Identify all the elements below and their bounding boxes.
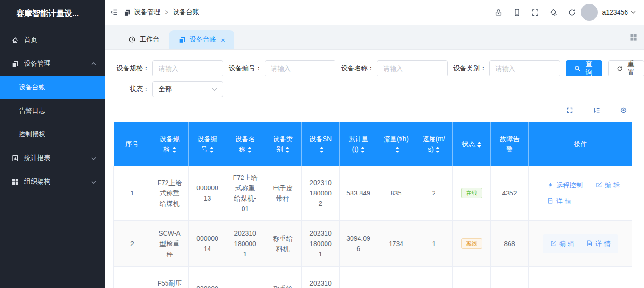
col-sn[interactable]: 设备SN: [302, 122, 340, 166]
cell-category: 称重给料机: [264, 266, 302, 288]
cell-name: F72上给式称重给煤机-01: [226, 166, 264, 220]
sidebar-item-device-mgmt[interactable]: 设备管理: [0, 52, 105, 76]
spec-input[interactable]: [152, 60, 223, 76]
cell-total: 3094.096: [340, 220, 377, 266]
sidebar-item-org-structure[interactable]: 组织架构: [0, 170, 105, 194]
sort-icon: [320, 147, 324, 153]
breadcrumb-separator: >: [165, 8, 168, 16]
main-area: 设备管理 > 设备台账 a123456: [105, 0, 644, 288]
name-input[interactable]: [377, 60, 448, 76]
fullscreen-icon[interactable]: [531, 8, 539, 17]
cell-spec: F72上给式称重给煤机: [151, 166, 189, 220]
sort-icon: [395, 147, 399, 153]
tab-close-icon[interactable]: ×: [221, 36, 225, 44]
tab-workbench[interactable]: 工作台: [119, 30, 169, 49]
cell-actions: 编 辑 详 情: [529, 220, 632, 266]
col-alarm: 故障告警: [491, 122, 529, 166]
col-name[interactable]: 设备名称: [226, 122, 264, 166]
reset-button[interactable]: 重 置: [608, 60, 644, 76]
breadcrumb-parent[interactable]: 设备管理: [134, 8, 160, 17]
search-button[interactable]: 查 询: [566, 60, 602, 76]
table-header-row: 序号 设备规格 设备编号 设备名称 设备类别 设备SN 累计量(t) 流量(t/…: [114, 122, 632, 166]
sort-icon: [477, 142, 481, 148]
filter-spec-label: 设备规格：: [117, 64, 150, 73]
table-fullscreen-icon[interactable]: [566, 107, 573, 114]
filter-spec: 设备规格：: [117, 60, 223, 76]
cell-flow: [377, 266, 415, 288]
app-title: 赛摩智能计量设...: [0, 0, 105, 27]
tab-label: 设备台账: [190, 35, 216, 44]
sidebar-item-alarm-log[interactable]: 告警日志: [0, 99, 105, 123]
filter-row-1: 设备规格： 设备编号： 设备名称： 设备类别： 查 询: [105, 60, 644, 76]
filter-code: 设备编号：: [229, 60, 335, 76]
clean-icon[interactable]: [550, 8, 558, 17]
cell-index: 1: [114, 166, 151, 220]
cell-speed: 2: [415, 166, 453, 220]
tab-device-ledger[interactable]: 设备台账 ×: [169, 30, 234, 49]
chevron-down-icon: [91, 157, 96, 160]
cell-name: dw111: [226, 266, 264, 288]
sidebar-item-home[interactable]: 首页: [0, 28, 105, 52]
cell-alarm: [491, 266, 529, 288]
cell-speed: [415, 266, 453, 288]
edit-icon: [596, 182, 602, 188]
col-flow[interactable]: 流量(t/h): [377, 122, 415, 166]
col-category[interactable]: 设备类别: [264, 122, 302, 166]
edit-link[interactable]: 编 辑: [596, 180, 620, 190]
sidebar-item-label: 设备管理: [24, 59, 50, 68]
cell-status: 离线: [453, 220, 491, 266]
table-row: 3 F55耐压式称重给煤机 00000012 dw111 称重给料机 20231…: [114, 266, 632, 288]
col-spec[interactable]: 设备规格: [151, 122, 189, 166]
avatar[interactable]: [581, 4, 598, 21]
cell-flow: 1734: [377, 220, 415, 266]
edit-link[interactable]: 编 辑: [550, 238, 574, 249]
sidebar-item-control-auth[interactable]: 控制授权: [0, 123, 105, 146]
cell-code: 00000012: [189, 266, 226, 288]
col-status[interactable]: 状态: [453, 122, 491, 166]
tab-label: 工作台: [140, 35, 159, 44]
lock-icon[interactable]: [494, 8, 502, 17]
sidebar-item-device-ledger[interactable]: 设备台账: [0, 76, 105, 99]
mobile-icon[interactable]: [513, 8, 521, 17]
sidebar-item-label: 首页: [24, 36, 37, 44]
status-select[interactable]: 全部: [152, 81, 223, 97]
sort-icon: [210, 147, 214, 153]
cell-sn: 2023101800002: [302, 166, 340, 220]
cell-flow: 835: [377, 166, 415, 220]
filter-name: 设备名称：: [341, 60, 448, 76]
detail-link[interactable]: 详 情: [586, 238, 611, 249]
row-height-icon[interactable]: [593, 107, 600, 114]
cell-category: 称重给料机: [264, 220, 302, 266]
cell-alarm: 868: [491, 220, 529, 266]
sort-icon: [285, 147, 289, 153]
breadcrumb: 设备管理 > 设备台账: [124, 8, 199, 17]
code-input[interactable]: [265, 60, 335, 76]
cell-code: 00000013: [189, 166, 226, 220]
detail-link[interactable]: 详 情: [547, 196, 571, 206]
remote-control-link[interactable]: 远程控制: [547, 180, 583, 190]
device-table: 序号 设备规格 设备编号 设备名称 设备类别 设备SN 累计量(t) 流量(t/…: [113, 122, 632, 288]
refresh-icon[interactable]: [568, 8, 576, 17]
report-icon: [11, 154, 19, 162]
content: 设备规格： 设备编号： 设备名称： 设备类别： 查 询: [105, 60, 644, 288]
status-badge: 在线: [461, 188, 482, 198]
topbar: 设备管理 > 设备台账 a123456: [105, 0, 644, 25]
table-settings-icon[interactable]: [620, 107, 627, 114]
user-menu[interactable]: a123456: [602, 8, 636, 16]
cell-status: [453, 266, 491, 288]
cell-index: 3: [114, 266, 151, 288]
username: a123456: [602, 8, 628, 16]
col-total[interactable]: 累计量(t): [340, 122, 377, 166]
col-speed[interactable]: 速度(m/s): [415, 122, 453, 166]
sort-icon: [436, 147, 440, 153]
cell-sn: 2023101800001: [302, 220, 340, 266]
col-code[interactable]: 设备编号: [189, 122, 226, 166]
sidebar-item-label: 设备台账: [19, 83, 45, 92]
col-actions: 操作: [529, 122, 632, 166]
sidebar-collapse-icon[interactable]: [110, 8, 119, 17]
category-input[interactable]: [489, 60, 560, 76]
table-toolbar: [105, 107, 627, 114]
layout-grid-icon[interactable]: [630, 34, 637, 41]
grid-icon: [11, 178, 19, 186]
sidebar-item-stat-report[interactable]: 统计报表: [0, 146, 105, 170]
